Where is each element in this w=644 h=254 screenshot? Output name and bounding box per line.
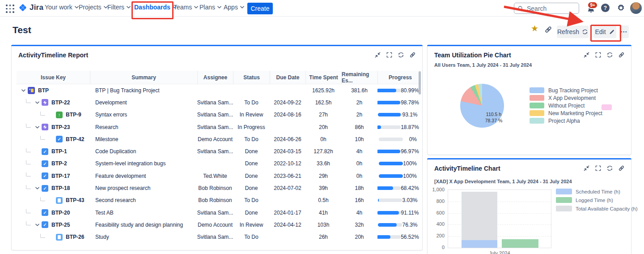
progress-percent: 0% — [403, 136, 421, 142]
legend-item[interactable]: Total Available Capacity (h) — [556, 206, 638, 211]
expand-chevron-icon[interactable] — [20, 89, 27, 92]
issue-key[interactable]: BTP-25 — [51, 222, 70, 228]
expand-chevron-icon[interactable] — [34, 187, 41, 189]
nav-item-projects[interactable]: Projects — [79, 4, 108, 11]
legend-item[interactable]: Scheduled Time (h) — [556, 189, 638, 194]
progress-bar — [379, 162, 403, 165]
legend-label: Without Project — [548, 103, 585, 109]
more-options-button[interactable]: ⋯ — [619, 26, 629, 38]
app-switcher-icon[interactable] — [5, 4, 15, 13]
legend-item[interactable]: New Marketing Project — [530, 110, 602, 116]
nav-item-filters[interactable]: Filters — [107, 4, 131, 11]
link-icon[interactable] — [618, 165, 625, 172]
search-input[interactable] — [526, 4, 572, 13]
pie-center-percent: 78.37 % — [474, 118, 514, 124]
column-header[interactable]: Time Spent — [305, 71, 341, 84]
due-cell: 2024-06-26 — [270, 136, 305, 142]
bar-chart-plot[interactable] — [448, 189, 551, 248]
table-row[interactable]: BTP-22DevelopmentSvitlana Sam...To Do202… — [17, 96, 421, 108]
issue-key[interactable]: BTP-20 — [51, 210, 70, 216]
table-row[interactable]: ✓BTP-17Feature developmentTed.WhiteDone2… — [17, 170, 421, 182]
column-header[interactable]: Summary — [90, 71, 197, 84]
expand-icon[interactable] — [386, 52, 393, 58]
issue-key[interactable]: BTP-23 — [51, 124, 70, 130]
expand-chevron-icon[interactable] — [34, 101, 41, 104]
spent-cell: 27h — [305, 112, 341, 118]
favorite-star-icon[interactable]: ★ — [531, 24, 538, 33]
column-header[interactable]: Issue Key — [17, 71, 90, 84]
issue-key[interactable]: BTP-2 — [51, 160, 67, 167]
summary-cell: Feasibility study and design planning — [90, 222, 197, 228]
nav-item-dashboards[interactable]: Dashboards — [134, 4, 177, 11]
legend-item[interactable]: Project Alpha — [530, 118, 602, 124]
table-row[interactable]: ✓BTP-20Test ABSvitlana Sam...Done2024-01… — [17, 207, 421, 219]
table-row[interactable]: BTPBTP | Bug Tracking Project1625.92h381… — [17, 84, 421, 96]
status-cell: In Review — [233, 222, 270, 228]
progress-cell: 100% — [377, 173, 421, 179]
refresh-icon[interactable] — [606, 165, 613, 172]
copy-link-icon[interactable] — [544, 26, 552, 34]
collapse-icon[interactable] — [583, 165, 590, 172]
issue-key[interactable]: BTP-22 — [51, 99, 70, 106]
column-header[interactable]: Assignee — [197, 71, 233, 84]
expand-icon[interactable] — [595, 165, 602, 172]
table-scrollbar[interactable] — [419, 71, 421, 95]
expand-icon[interactable] — [595, 52, 602, 58]
y-tick-label: 400 — [429, 221, 445, 227]
table-row[interactable]: ✓BTP-25Feasibility study and design plan… — [17, 219, 421, 231]
expand-chevron-icon[interactable] — [34, 126, 41, 129]
collapse-icon[interactable] — [583, 52, 590, 58]
user-avatar[interactable] — [630, 2, 642, 14]
settings-gear-icon[interactable] — [617, 4, 625, 12]
table-row[interactable]: ✓BTP-1Code DuplicationSvitlana Sam...Don… — [17, 145, 421, 157]
legend-item[interactable]: Bug Tracking Project — [530, 87, 602, 93]
legend-item[interactable]: Logged Time (h) — [556, 197, 638, 203]
help-button[interactable]: ? — [601, 4, 610, 12]
column-header[interactable]: Due Date — [270, 71, 305, 84]
table-row[interactable]: BTP-26StudySvitlana Sam...To Do26h20h56.… — [17, 231, 421, 243]
jira-logo[interactable]: Jira — [18, 3, 43, 13]
column-header[interactable]: Progress — [377, 71, 421, 84]
jira-logo-icon — [18, 3, 28, 13]
search-box[interactable] — [514, 3, 579, 14]
table-row[interactable]: BTP-43Second researchBob RobinsonTo Do0.… — [17, 194, 421, 207]
edit-button-label: Edit — [595, 28, 606, 35]
issue-key[interactable]: BTP-1 — [51, 148, 67, 155]
tree-connector — [26, 209, 31, 213]
nav-item-your-work[interactable]: Your work — [45, 4, 79, 11]
table-row[interactable]: ↑BTP-9Syntax errorsSvitlana Sam...In Rev… — [17, 109, 421, 121]
issue-key-cell: ✓BTP-18 — [17, 185, 90, 192]
issue-key[interactable]: BTP-18 — [51, 185, 70, 191]
table-row[interactable]: ✓BTP-42MilestoneDemo AccountTo Do2024-06… — [17, 133, 421, 145]
chevron-down-icon — [217, 6, 221, 9]
table-row[interactable]: BTP-23ResearchSvitlana Sam...In Progress… — [17, 121, 421, 133]
link-icon[interactable] — [618, 52, 625, 58]
collapse-icon[interactable] — [374, 52, 381, 58]
progress-cell: 68.42% — [377, 185, 421, 191]
column-header[interactable]: Status — [233, 71, 270, 84]
nav-item-apps[interactable]: Apps — [224, 4, 244, 11]
issue-key[interactable]: BTP-42 — [66, 136, 84, 142]
table-row[interactable]: ✓BTP-2System-level integration bugsDone2… — [17, 158, 421, 170]
expand-chevron-icon[interactable] — [34, 224, 41, 226]
refresh-button[interactable]: Refresh — [557, 26, 589, 38]
issue-key[interactable]: BTP-9 — [66, 112, 81, 118]
legend-item[interactable]: Without Project — [530, 103, 602, 108]
issue-key[interactable]: BTP-17 — [51, 173, 70, 179]
issue-key[interactable]: BTP-43 — [66, 197, 84, 203]
issue-key[interactable]: BTP — [38, 87, 49, 94]
nav-item-teams[interactable]: Teams — [174, 4, 198, 11]
column-header[interactable]: Remaining Es... — [341, 71, 377, 84]
link-icon[interactable] — [409, 52, 416, 58]
issue-key[interactable]: BTP-26 — [66, 234, 84, 240]
notifications-button[interactable]: 9+ — [586, 3, 597, 15]
nav-item-plans[interactable]: Plans — [199, 4, 221, 11]
edit-button[interactable]: Edit — [593, 26, 616, 38]
create-button[interactable]: Create — [247, 3, 273, 14]
table-row[interactable]: ✓BTP-18New prospect researchBob Robinson… — [17, 182, 421, 194]
progress-percent: 100% — [403, 173, 421, 179]
legend-item[interactable]: X App Development — [530, 95, 602, 101]
refresh-icon[interactable] — [606, 52, 613, 58]
refresh-icon[interactable] — [398, 52, 404, 58]
summary-cell: BTP | Bug Tracking Project — [90, 87, 197, 94]
